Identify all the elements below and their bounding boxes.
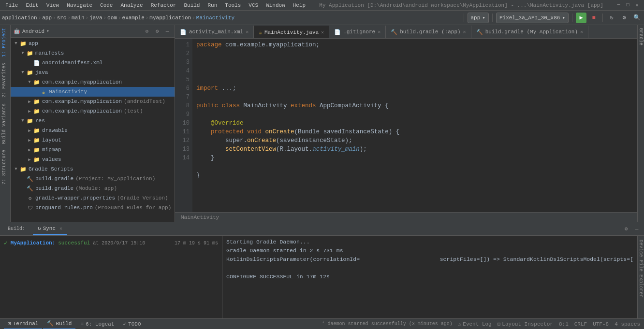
event-log-button[interactable]: ⚠ Event Log (458, 321, 492, 327)
tab-gitignore[interactable]: 📄 .gitignore ✕ (329, 26, 386, 38)
build-item-myapplication[interactable]: ✓ MyApplication: successful at 2020/9/17… (0, 238, 222, 248)
menu-refactor[interactable]: Refactor (149, 2, 178, 9)
tree-label-app: app (29, 41, 38, 46)
tree-item-java[interactable]: ▼ 📁 java (11, 68, 175, 77)
tree-label-proguard-secondary: (ProGuard Rules for app) (95, 205, 171, 211)
panel-gear-action[interactable]: ⚙ (153, 27, 161, 36)
close-sync-tab[interactable]: ✕ (59, 226, 62, 231)
cursor-position[interactable]: 8:1 (559, 321, 569, 327)
build-variants-tab[interactable]: Build Variants (0, 100, 10, 147)
tab-mainactivity-java[interactable]: ☕ MainActivity.java ✕ (254, 26, 329, 38)
line-ending[interactable]: CRLF (574, 321, 587, 327)
close-tab-activity-main[interactable]: ✕ (246, 29, 249, 35)
proguard-icon: 🛡 (26, 204, 34, 212)
close-tab-buildgradle-app[interactable]: ✕ (463, 29, 466, 35)
tab-buildgradle-app[interactable]: 🔨 build.gradle (:app) ✕ (386, 26, 471, 38)
breadcrumb-example[interactable]: example (122, 15, 145, 21)
menu-file[interactable]: File (4, 2, 19, 9)
menu-edit[interactable]: Edit (24, 2, 40, 9)
tree-item-package[interactable]: ▼ 📁 com.example.myapplication (11, 77, 175, 87)
menu-bar[interactable]: File Edit View Navigate Code Analyze Ref… (4, 2, 307, 9)
tree-item-buildgradle-module[interactable]: 🔨 build.gradle (Module: app) (11, 184, 175, 193)
tree-item-mainactivity[interactable]: ☕ MainActivity (11, 87, 175, 97)
tree-item-manifests[interactable]: ▼ 📁 manifests (11, 48, 175, 58)
close-tab-gitignore[interactable]: ✕ (378, 29, 381, 35)
encoding[interactable]: UTF-8 (593, 321, 609, 327)
chevron-down-icon-panel[interactable]: ▾ (46, 29, 49, 34)
bottom-minimize-button[interactable]: — (632, 225, 641, 233)
project-tab[interactable]: 1: Project (0, 25, 10, 60)
breadcrumb-java[interactable]: java (89, 15, 102, 21)
menu-help[interactable]: Help (292, 2, 307, 9)
tree-item-values[interactable]: ▶ 📁 values (11, 155, 175, 164)
menu-build[interactable]: Build (182, 2, 201, 9)
menu-code[interactable]: Code (99, 2, 114, 9)
minimize-button[interactable]: ─ (615, 2, 622, 8)
app-selector[interactable]: app ▾ (468, 13, 489, 23)
build-tab[interactable]: 🔨 Build (43, 319, 75, 329)
close-tab-buildgradle-myapp[interactable]: ✕ (580, 29, 583, 35)
panel-sync-action[interactable]: ⊕ (143, 27, 151, 36)
stop-button[interactable]: ■ (588, 13, 599, 23)
code-content[interactable]: package com.example.myapplication; impor… (192, 39, 637, 212)
layout-inspector-button[interactable]: ⊞ Layout Inspector (498, 321, 553, 327)
breadcrumb-myapplication[interactable]: myapplication (149, 15, 191, 21)
run-button[interactable]: ▶ (576, 13, 586, 23)
gradle-label[interactable]: Gradle (637, 25, 644, 48)
device-selector[interactable]: Pixel_3a_API_30_x86 ▾ (496, 13, 569, 23)
menu-vcs[interactable]: VCS (247, 2, 260, 9)
panel-collapse-action[interactable]: — (163, 27, 172, 36)
folder-icon-mipmap: 📁 (33, 146, 41, 154)
breadcrumb-src[interactable]: src (57, 15, 67, 21)
tree-item-res[interactable]: ▼ 📁 res (11, 116, 175, 126)
tree-item-androidtest[interactable]: ▶ 📁 com.example.myapplication (androidTe… (11, 97, 175, 106)
todo-tab[interactable]: ✓ TODO (119, 319, 145, 329)
menu-run[interactable]: Run (206, 2, 219, 9)
breadcrumb-main[interactable]: main (72, 15, 84, 21)
breadcrumb-application[interactable]: application (2, 15, 37, 21)
arrow-icon-layout: ▶ (26, 137, 33, 143)
tree-item-androidmanifest[interactable]: 📄 AndroidManifest.xml (11, 58, 175, 68)
breadcrumb: application › app › src › main › java › … (2, 15, 460, 21)
toolbar-separator-3 (572, 14, 572, 22)
structure-tab[interactable]: 7: Structure (0, 147, 10, 187)
terminal-tab[interactable]: ⊡ Terminal (4, 319, 42, 329)
build-tab-label: Build: (3, 223, 30, 235)
indent-setting[interactable]: 4 spaces (615, 321, 640, 327)
tree-item-proguard[interactable]: 🛡 proguard-rules.pro (ProGuard Rules for… (11, 203, 175, 213)
menu-tools[interactable]: Tools (223, 2, 242, 9)
tree-item-app[interactable]: ▼ 📁 app (11, 39, 175, 48)
menu-analyze[interactable]: Analyze (119, 2, 144, 9)
menu-navigate[interactable]: Navigate (65, 2, 94, 9)
settings-button[interactable]: ⚙ (619, 13, 629, 23)
code-line-11: protected void onCreate(Bundle savedInst… (196, 128, 633, 136)
device-file-explorer-tab[interactable]: Device File Explorer (637, 238, 644, 300)
tree-item-mipmap[interactable]: ▶ 📁 mipmap (11, 145, 175, 155)
tree-item-gradlewrapper[interactable]: ⚙ gradle-wrapper.properties (Gradle Vers… (11, 193, 175, 203)
breadcrumb-app[interactable]: app (42, 15, 52, 21)
sync-button[interactable]: ↻ (606, 13, 617, 23)
toolbar-separator-2 (492, 14, 493, 22)
bottom-gear-button[interactable]: ⚙ (622, 225, 630, 233)
tree-item-buildgradle-project[interactable]: 🔨 build.gradle (Project: My_Application) (11, 174, 175, 184)
tab-buildgradle-myapp[interactable]: 🔨 build.gradle (My Application) ✕ (471, 26, 588, 38)
menu-window[interactable]: Window (264, 2, 287, 9)
tree-label-buildgradle-module-secondary: (Module: app) (75, 186, 117, 191)
favorites-tab[interactable]: 2: Favorites (0, 60, 10, 100)
breadcrumb-com[interactable]: com (107, 15, 117, 21)
sync-tab[interactable]: ↻ Sync ✕ (33, 223, 67, 235)
close-button[interactable]: ✕ (634, 2, 640, 8)
tab-activity-main-xml[interactable]: 📄 activity_main.xml ✕ (175, 26, 254, 38)
close-tab-mainactivity[interactable]: ✕ (321, 29, 324, 35)
search-button[interactable]: 🔍 (631, 13, 642, 23)
maximize-button[interactable]: □ (625, 2, 631, 8)
menu-view[interactable]: View (45, 2, 60, 9)
tree-item-gradle-scripts[interactable]: ▼ 📁 Gradle Scripts (11, 164, 175, 174)
tree-item-test[interactable]: ▶ 📁 com.example.myapplication (test) (11, 106, 175, 116)
logcat-tab[interactable]: ≡ 6: Logcat (76, 319, 118, 329)
breadcrumb-mainactivity[interactable]: MainActivity (196, 15, 234, 21)
tree-item-drawable[interactable]: ▶ 📁 drawable (11, 126, 175, 135)
window-controls[interactable]: ─ □ ✕ (615, 2, 640, 8)
tree-item-layout[interactable]: ▶ 📁 layout (11, 135, 175, 145)
code-line-10: @Override (196, 119, 633, 128)
